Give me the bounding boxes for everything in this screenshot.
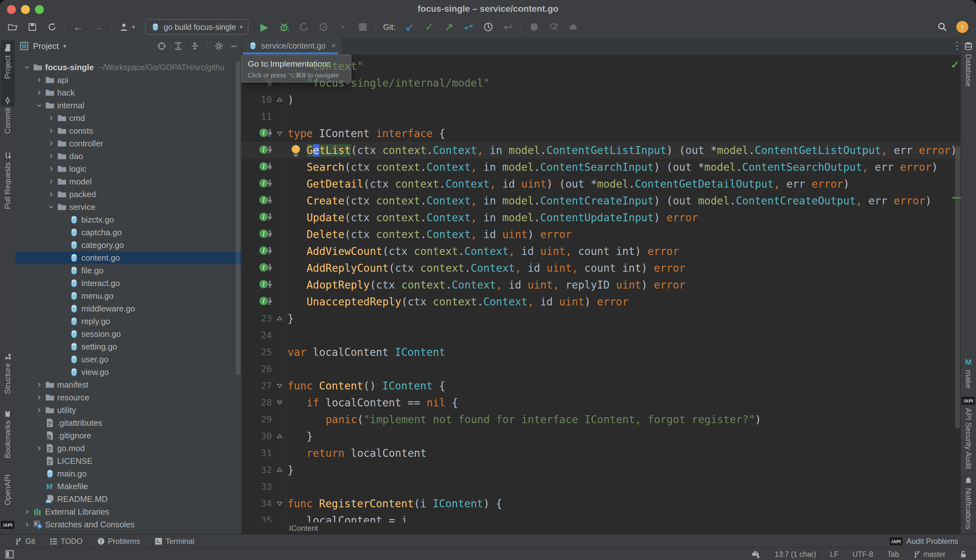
tree-row-hack[interactable]: hack bbox=[15, 87, 241, 99]
code-line-24[interactable]: 24 bbox=[241, 327, 961, 344]
code-line-22[interactable]: 22IUnacceptedReply(ctx context.Context, … bbox=[241, 293, 961, 310]
code-line-15[interactable]: 15IGetDetail(ctx context.Context, id uin… bbox=[241, 175, 961, 192]
editor-scrollbar[interactable] bbox=[955, 146, 960, 428]
implementations-gutter-icon[interactable]: I bbox=[259, 128, 273, 137]
code-line-16[interactable]: 16ICreate(ctx context.Context, in model.… bbox=[241, 192, 961, 209]
code-line-18[interactable]: 18IDelete(ctx context.Context, id uint) … bbox=[241, 226, 961, 243]
project-panel-title[interactable]: Project bbox=[33, 41, 59, 51]
toolwindow-tab-problems[interactable]: Problems bbox=[97, 537, 140, 546]
tree-row-focus-single[interactable]: focus-single~/Workspace/Go/GOPATH/src/gi… bbox=[15, 61, 241, 73]
tree-chevron-icon[interactable] bbox=[21, 521, 33, 528]
package-icon[interactable] bbox=[528, 21, 540, 33]
search-everywhere-icon[interactable] bbox=[937, 21, 948, 33]
tree-row-service[interactable]: service bbox=[15, 201, 241, 213]
rerun-icon[interactable] bbox=[318, 21, 329, 33]
tree-chevron-icon[interactable] bbox=[33, 445, 45, 452]
tree-row-consts[interactable]: consts bbox=[15, 125, 241, 137]
cloud-settings-icon[interactable]: ? bbox=[751, 550, 760, 559]
tree-row-packed[interactable]: packed bbox=[15, 188, 241, 201]
tree-row-menu.go[interactable]: menu.go bbox=[15, 290, 241, 302]
locate-file-icon[interactable] bbox=[157, 41, 167, 51]
fold-marker-icon[interactable] bbox=[276, 382, 283, 390]
toolwindow-tab-openapi[interactable]: OpenAPI bbox=[3, 474, 12, 505]
tree-row-external-libraries[interactable]: External Libraries bbox=[15, 505, 241, 518]
git-update-icon[interactable]: ↙ bbox=[404, 21, 415, 33]
git-push-icon[interactable]: ↗ bbox=[443, 21, 455, 33]
breadcrumb-item[interactable]: IContent bbox=[289, 524, 318, 533]
toolwindow-tab-audit-problems[interactable]: /API Audit Problems bbox=[889, 537, 958, 546]
project-tree-scrollbar[interactable] bbox=[236, 61, 240, 375]
tree-row-.gitattributes[interactable]: .gitattributes bbox=[15, 417, 241, 429]
back-icon[interactable]: ← bbox=[72, 21, 84, 33]
sync-icon[interactable] bbox=[47, 21, 58, 33]
code-line-17[interactable]: 17IUpdate(ctx context.Context, in model.… bbox=[241, 209, 961, 226]
save-icon[interactable] bbox=[27, 21, 38, 33]
tree-row-file.go[interactable]: file.go bbox=[15, 264, 241, 277]
fold-marker-icon[interactable] bbox=[276, 96, 283, 103]
toolwindow-tab-commit[interactable]: Commit bbox=[3, 97, 12, 134]
code-line-32[interactable]: 32} bbox=[241, 462, 961, 478]
code-line-9[interactable]: 9"focus-single/internal/model" bbox=[241, 75, 961, 92]
tree-row-api[interactable]: api bbox=[15, 73, 241, 87]
tree-row-.gitignore[interactable]: .gitignore bbox=[15, 429, 241, 442]
code-line-34[interactable]: 34func RegisterContent(i IContent) { bbox=[241, 495, 961, 512]
implementations-gutter-icon[interactable]: I bbox=[259, 162, 273, 171]
implementations-gutter-icon[interactable]: I bbox=[259, 178, 273, 188]
undo-icon[interactable]: ↩ bbox=[502, 21, 514, 33]
code-line-26[interactable]: 26 bbox=[241, 361, 961, 377]
tree-row-setting.go[interactable]: setting.go bbox=[15, 340, 241, 353]
tree-chevron-icon[interactable] bbox=[33, 394, 45, 401]
unlocked-icon[interactable] bbox=[959, 550, 968, 558]
code-line-8[interactable]: 8"context" bbox=[241, 58, 961, 75]
fold-marker-icon[interactable] bbox=[276, 315, 283, 322]
toolwindow-layout-icon[interactable] bbox=[5, 550, 14, 559]
tree-chevron-icon[interactable] bbox=[45, 191, 57, 197]
code-line-13[interactable]: 13IGetList(ctx context.Context, in model… bbox=[241, 142, 961, 159]
code-line-11[interactable]: 11 bbox=[241, 108, 961, 125]
toolwindow-tab-project[interactable]: Project bbox=[3, 44, 12, 79]
code-line-21[interactable]: 21IAdoptReply(ctx context.Context, id ui… bbox=[241, 277, 961, 293]
implementations-gutter-icon[interactable]: I bbox=[259, 246, 273, 255]
tree-chevron-icon[interactable] bbox=[33, 382, 45, 388]
tab-service-content-go[interactable]: service/content.go × bbox=[243, 37, 341, 54]
code-line-33[interactable]: 33 bbox=[241, 478, 961, 495]
rerun-caret-icon[interactable]: ▾ bbox=[338, 21, 349, 33]
code-line-30[interactable]: 30} bbox=[241, 428, 961, 445]
toolwindow-tab-notifications[interactable]: Notifications bbox=[964, 477, 973, 530]
update-available-icon[interactable]: ↑ bbox=[956, 21, 968, 33]
toolwindow-tab-todo[interactable]: TODO bbox=[50, 537, 83, 546]
code-line-12[interactable]: 12Itype IContent interface { bbox=[241, 125, 961, 142]
toolwindow-tab-database[interactable]: Database bbox=[964, 54, 973, 87]
inspections-ok-icon[interactable]: ✓ bbox=[951, 58, 960, 71]
debug-icon[interactable] bbox=[278, 21, 290, 33]
tree-chevron-icon[interactable] bbox=[45, 178, 57, 185]
run-icon[interactable]: ▶ bbox=[259, 21, 270, 33]
database-icon[interactable] bbox=[964, 42, 973, 50]
tree-row-bizctx.go[interactable]: bizctx.go bbox=[15, 213, 241, 226]
tree-row-user.go[interactable]: user.go bbox=[15, 353, 241, 366]
fold-marker-icon[interactable] bbox=[276, 130, 283, 137]
tree-chevron-icon[interactable] bbox=[45, 128, 57, 134]
code-line-27[interactable]: 27func Content() IContent { bbox=[241, 377, 961, 394]
implementations-gutter-icon[interactable]: I bbox=[259, 279, 273, 289]
git-merge-icon[interactable] bbox=[463, 21, 475, 33]
implementations-gutter-icon[interactable]: I bbox=[259, 195, 273, 205]
implementations-gutter-icon[interactable]: I bbox=[259, 145, 273, 154]
tree-row-category.go[interactable]: category.go bbox=[15, 239, 241, 252]
code-line-10[interactable]: 10) bbox=[241, 92, 961, 108]
toolwindow-tab-api-security-audit[interactable]: /API API Security Audit bbox=[962, 397, 975, 469]
stop-icon[interactable] bbox=[357, 21, 369, 33]
implementations-gutter-icon[interactable]: I bbox=[259, 263, 273, 272]
code-line-14[interactable]: 14ISearch(ctx context.Context, in model.… bbox=[241, 159, 961, 175]
cloud-icon[interactable] bbox=[568, 21, 579, 33]
code-line-20[interactable]: 20IAddReplyCount(ctx context.Context, id… bbox=[241, 260, 961, 277]
code-line-28[interactable]: 28if localContent == nil { bbox=[241, 394, 961, 411]
tree-row-model[interactable]: model bbox=[15, 175, 241, 188]
fold-marker-icon[interactable] bbox=[276, 500, 283, 507]
toolwindow-tab-make[interactable]: M make bbox=[964, 358, 973, 388]
tree-row-manifest[interactable]: manifest bbox=[15, 378, 241, 391]
gear-icon[interactable] bbox=[214, 41, 224, 51]
tree-row-controller[interactable]: controller bbox=[15, 137, 241, 150]
toolwindow-tab-git[interactable]: Git bbox=[15, 537, 35, 546]
caret-position[interactable]: 13:7 (1 char) bbox=[775, 550, 816, 559]
